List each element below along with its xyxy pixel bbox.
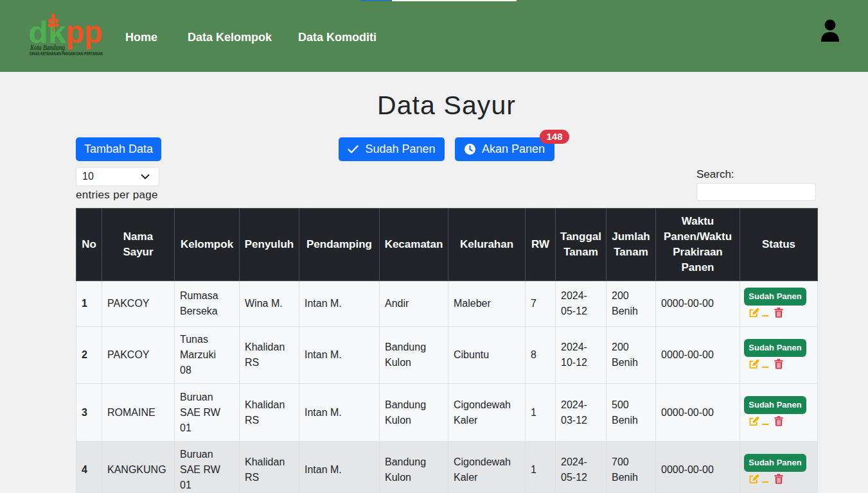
svg-text:pp: pp — [66, 14, 103, 50]
svg-text:DINAS KETAHANAN PANGAN DAN PER: DINAS KETAHANAN PANGAN DAN PERTANIAN — [30, 51, 103, 56]
svg-text:Kota Bandung: Kota Bandung — [30, 43, 65, 52]
